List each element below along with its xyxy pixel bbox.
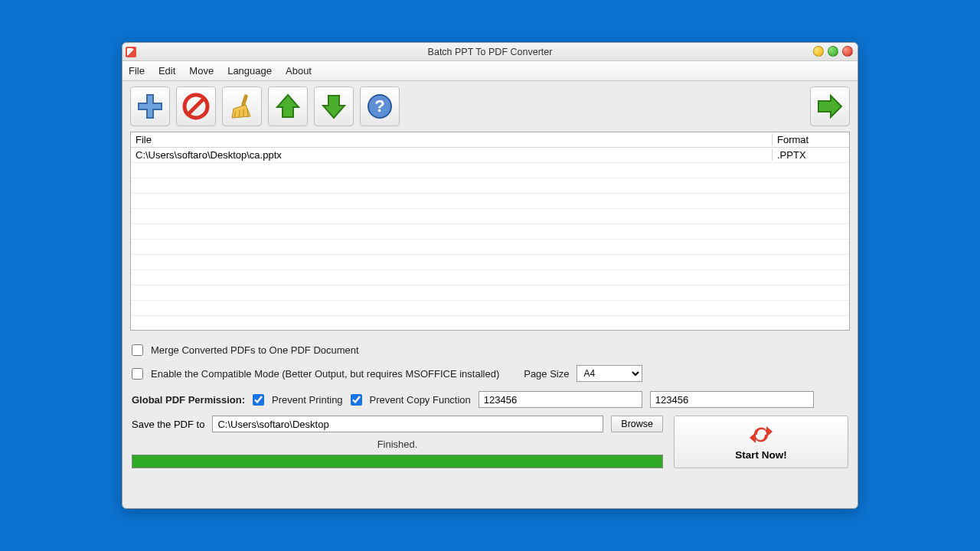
go-button[interactable] [810,86,850,126]
prevent-print-label: Prevent Printing [272,394,343,406]
list-header: File Format [131,132,849,148]
password2-input[interactable] [650,391,814,408]
permission-label: Global PDF Permission: [132,394,245,406]
svg-line-1 [188,99,204,114]
table-row [131,224,849,240]
prevent-copy-label: Prevent Copy Function [370,394,471,406]
arrow-right-icon [815,92,844,121]
menu-move[interactable]: Move [189,65,214,77]
page-size-select[interactable]: A4 [577,365,642,382]
compat-checkbox[interactable] [132,368,143,380]
refresh-icon [748,423,774,446]
window-controls [813,46,853,57]
menu-language[interactable]: Language [227,65,272,77]
prevent-copy-checkbox[interactable] [351,394,362,406]
arrow-down-icon [319,92,348,121]
page-size-label: Page Size [524,368,569,380]
password1-input[interactable] [479,391,642,408]
plus-icon [136,92,165,121]
menu-edit[interactable]: Edit [158,65,175,77]
compat-label: Enable the Compatible Mode (Better Outpu… [151,368,499,380]
maximize-button[interactable] [828,46,838,57]
table-row [131,240,849,255]
svg-text:?: ? [374,96,384,116]
merge-checkbox[interactable] [132,344,143,356]
cell-format: .PPTX [773,149,849,161]
merge-label: Merge Converted PDFs to One PDF Document [151,344,359,356]
remove-button[interactable] [176,86,216,126]
browse-button[interactable]: Browse [611,416,663,432]
titlebar: Batch PPT To PDF Converter [122,43,858,61]
table-row [131,255,849,270]
move-down-button[interactable] [314,86,354,126]
help-button[interactable]: ? [360,86,400,126]
bottom-panel: Save the PDF to Browse Finished. Start N… [132,416,848,468]
app-window: Batch PPT To PDF Converter File Edit Mov… [122,42,858,509]
arrow-up-icon [273,92,302,121]
column-format[interactable]: Format [773,134,849,145]
menubar: File Edit Move Language About [122,61,858,81]
table-row[interactable]: C:\Users\softaro\Desktop\ca.pptx .PPTX [131,148,849,163]
start-label: Start Now! [735,449,787,461]
table-row [131,178,849,194]
clear-button[interactable] [222,86,262,126]
minimize-button[interactable] [813,46,824,57]
save-path-input[interactable] [212,416,603,432]
options-panel: Merge Converted PDFs to One PDF Document… [132,344,848,408]
cell-file: C:\Users\softaro\Desktop\ca.pptx [131,149,773,161]
list-body: C:\Users\softaro\Desktop\ca.pptx .PPTX [131,148,849,330]
table-row [131,270,849,285]
table-row [131,194,849,209]
toolbar: ? [122,81,858,132]
close-button[interactable] [842,46,853,57]
table-row [131,301,849,316]
table-row [131,285,849,301]
menu-file[interactable]: File [129,65,145,77]
broom-icon [227,92,256,121]
progress-fill [132,455,662,468]
start-button[interactable]: Start Now! [674,416,848,468]
file-list[interactable]: File Format C:\Users\softaro\Desktop\ca.… [130,132,850,331]
table-row [131,209,849,224]
no-entry-icon [181,92,211,121]
save-label: Save the PDF to [132,419,204,430]
window-title: Batch PPT To PDF Converter [122,47,858,57]
help-icon: ? [365,92,394,121]
menu-about[interactable]: About [286,65,312,77]
progress-bar [132,455,663,468]
prevent-print-checkbox[interactable] [253,394,264,406]
add-button[interactable] [130,86,170,126]
table-row [131,316,849,330]
status-text: Finished. [132,439,663,450]
table-row [131,163,849,178]
move-up-button[interactable] [268,86,308,126]
column-file[interactable]: File [131,134,773,145]
